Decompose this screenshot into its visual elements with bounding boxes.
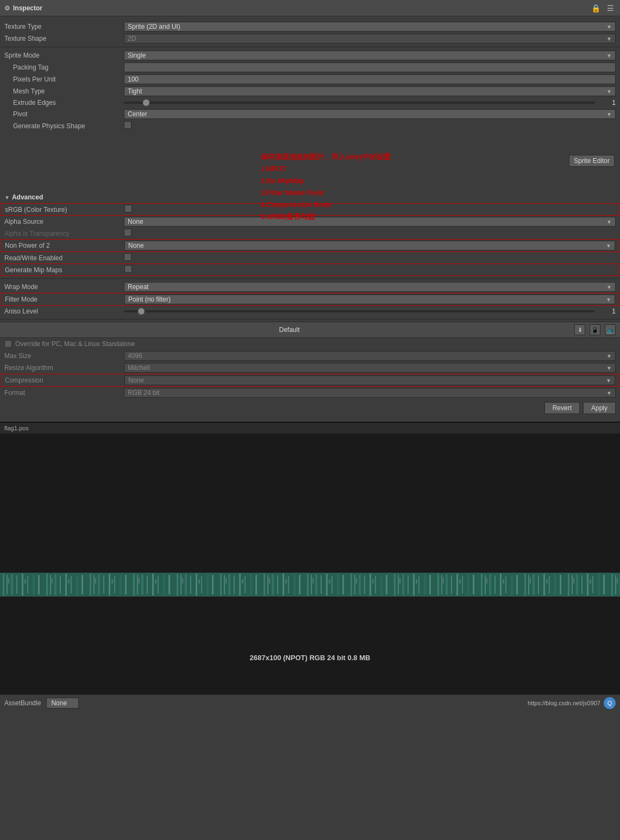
assetbundle-label: AssetBundle	[4, 699, 41, 707]
generate-physics-checkbox-wrap	[124, 121, 616, 130]
mip-maps-label: Generate Mip Maps	[5, 266, 124, 274]
packing-tag-input[interactable]	[124, 62, 616, 72]
format-label: Format	[4, 389, 124, 397]
inspector-header-controls: 🔒 ☰	[590, 4, 616, 12]
resize-dropdown[interactable]: Mitchell ▼	[124, 363, 616, 373]
annotation-line5: 4.Compression Node	[261, 199, 391, 211]
texture-shape-dropdown[interactable]: 2D ▼	[124, 34, 616, 43]
advanced-label: Advanced	[12, 193, 43, 201]
inspector-icon: ⚙	[4, 4, 10, 12]
watermark-icon[interactable]: Q	[604, 697, 616, 709]
non-power-dropdown[interactable]: None ▼	[124, 241, 615, 250]
inspector-content: Texture Type Sprite (2D and UI) ▼ Textur…	[0, 16, 620, 422]
format-row: Format RGB 24 bit ▼	[0, 387, 620, 399]
mesh-type-label: Mesh Type	[4, 87, 124, 95]
filter-mode-label: Filter Mode	[5, 296, 124, 303]
compression-row: Compression None ▼	[0, 374, 620, 387]
annotation-line2: 1.NPOT	[261, 163, 391, 175]
chevron-down-icon: ▼	[606, 378, 611, 384]
alpha-transparency-row: Alpha Is Transparency	[0, 228, 620, 239]
read-write-checkbox[interactable]	[124, 253, 131, 261]
pivot-dropdown[interactable]: Center ▼	[124, 109, 616, 119]
alpha-transparency-checkbox[interactable]	[124, 229, 131, 236]
read-write-label: Read/Write Enabled	[4, 254, 124, 262]
chevron-down-icon: ▼	[606, 111, 612, 117]
mesh-type-dropdown[interactable]: Tight ▼	[124, 86, 616, 96]
divider	[0, 47, 620, 47]
revert-button[interactable]: Revert	[544, 402, 580, 414]
menu-icon[interactable]: ☰	[605, 4, 616, 12]
sprite-mode-label: Sprite Mode	[4, 52, 124, 59]
lock-icon[interactable]: 🔒	[590, 4, 602, 12]
preview-info: 2687x100 (NPOT) RGB 24 bit 0.8 MB	[0, 654, 620, 662]
preview-body: 2687x100 (NPOT) RGB 24 bit 0.8 MB	[0, 434, 620, 694]
platform-icons: ⬇ 📱 📺	[574, 324, 616, 335]
sprite-mode-dropdown[interactable]: Single ▼	[124, 51, 616, 60]
download-icon[interactable]: ⬇	[574, 324, 585, 335]
mip-maps-checkbox-wrap	[124, 265, 615, 274]
chevron-down-icon: ▼	[606, 243, 611, 249]
apply-button[interactable]: Apply	[583, 402, 616, 414]
texture-visualization	[0, 573, 620, 597]
texture-type-dropdown[interactable]: Sprite (2D and UI) ▼	[124, 22, 616, 32]
platform-label: Default	[4, 326, 574, 334]
max-size-dropdown[interactable]: 4096 ▼	[124, 351, 616, 361]
pivot-label: Pivot	[4, 110, 124, 118]
packing-tag-row: Packing Tag	[0, 61, 620, 73]
override-label: Override for PC, Mac & Linux Standalone	[15, 340, 135, 348]
mip-maps-row: Generate Mip Maps	[0, 264, 620, 276]
max-size-label: Max Size	[4, 352, 124, 360]
preview-title: flag1.pos	[4, 425, 29, 431]
aniso-slider[interactable]: 1	[124, 308, 616, 315]
srgb-checkbox[interactable]	[124, 205, 132, 212]
chevron-down-icon: ▼	[606, 297, 611, 303]
wrap-mode-label: Wrap Mode	[4, 283, 124, 291]
aniso-level-row: Aniso Level 1	[0, 306, 620, 317]
extrude-edges-slider[interactable]: 1	[124, 99, 616, 106]
wrap-mode-dropdown[interactable]: Repeat ▼	[124, 282, 616, 292]
mesh-type-row: Mesh Type Tight ▼	[0, 85, 620, 97]
annotation-line3: 2.No MipMap	[261, 175, 391, 187]
texture-shape-row: Texture Shape 2D ▼	[0, 33, 620, 45]
annotation-line1: 保存顶底信息的图片，导入unity中的设置	[261, 151, 391, 163]
override-checkbox[interactable]	[4, 340, 12, 348]
assetbundle-value-dropdown[interactable]: None	[46, 698, 79, 709]
max-size-row: Max Size 4096 ▼	[0, 350, 620, 362]
pixels-per-unit-input[interactable]	[124, 74, 616, 84]
platform-bar: Default ⬇ 📱 📺	[0, 322, 620, 338]
chevron-down-icon: ▼	[606, 390, 612, 396]
filter-mode-row: Filter Mode Point (no filter) ▼	[0, 293, 620, 306]
chevron-down-icon: ▼	[606, 284, 612, 290]
filter-mode-dropdown[interactable]: Point (no filter) ▼	[124, 294, 615, 304]
section-collapse-icon: ▼	[4, 195, 10, 200]
alpha-transparency-checkbox-wrap	[124, 229, 616, 238]
read-write-row: Read/Write Enabled	[0, 252, 620, 264]
divider	[0, 278, 620, 279]
override-row: Override for PC, Mac & Linux Standalone	[0, 338, 620, 350]
non-power-row: Non Power of 2 None ▼	[0, 239, 620, 252]
url-text: https://blog.csdn.net/js0907	[528, 700, 600, 706]
alpha-transparency-label: Alpha Is Transparency	[4, 230, 124, 237]
generate-physics-row: Generate Physics Shape	[0, 120, 620, 131]
generate-physics-checkbox[interactable]	[124, 121, 131, 129]
sprite-editor-button[interactable]: Sprite Editor	[569, 155, 615, 167]
compression-dropdown[interactable]: None ▼	[124, 375, 615, 385]
inspector-header: ⚙ Inspector 🔒 ☰	[0, 0, 620, 16]
format-dropdown[interactable]: RGB 24 bit ▼	[124, 388, 616, 398]
resize-row: Resize Algorithm Mitchell ▼	[0, 362, 620, 374]
tv-icon[interactable]: 📺	[605, 324, 616, 335]
extrude-edges-row: Extrude Edges 1	[0, 97, 620, 108]
chevron-down-icon: ▼	[606, 365, 612, 371]
non-power-label: Non Power of 2	[5, 242, 124, 249]
mip-maps-checkbox[interactable]	[124, 265, 132, 273]
assetbundle-bar: AssetBundle None https://blog.csdn.net/j…	[0, 694, 620, 711]
wrap-mode-row: Wrap Mode Repeat ▼	[0, 281, 620, 293]
divider	[0, 319, 620, 319]
mobile-icon[interactable]: 📱	[590, 324, 600, 335]
srgb-label: sRGB (Color Texture)	[5, 206, 124, 214]
read-write-checkbox-wrap	[124, 253, 616, 262]
compression-label: Compression	[5, 377, 124, 384]
sprite-mode-row: Sprite Mode Single ▼	[0, 49, 620, 61]
assetbundle-right: https://blog.csdn.net/js0907 Q	[528, 697, 616, 709]
chevron-down-icon: ▼	[606, 53, 612, 59]
